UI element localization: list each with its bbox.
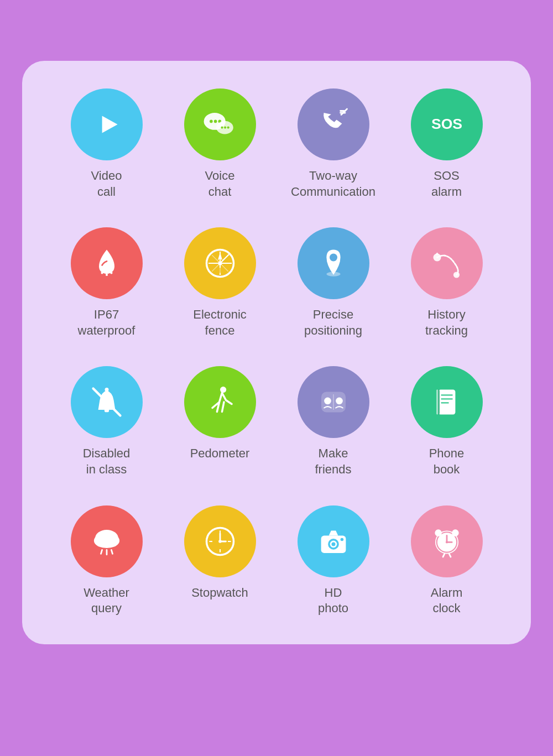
svg-point-8 (224, 127, 226, 129)
weather-query-label: Weatherquery (84, 585, 129, 617)
disabled-in-class-icon (71, 366, 143, 438)
pedometer-icon (184, 366, 256, 438)
video-call-icon (71, 88, 143, 160)
stopwatch-icon (184, 505, 256, 577)
precise-positioning-label: Precisepositioning (304, 307, 362, 338)
two-way-communication-icon (298, 88, 369, 160)
feature-item-weather-query: Weatherquery (55, 505, 158, 617)
ip67-waterproof-label: IP67waterproof (78, 307, 135, 338)
feature-card: Videocall Voicechat Two-wayCommunication… (22, 61, 531, 644)
video-call-label: Videocall (91, 168, 122, 200)
svg-point-23 (330, 254, 337, 262)
weather-query-icon (71, 505, 143, 577)
feature-item-voice-chat: Voicechat (169, 88, 271, 200)
phone-book-label: Phonebook (429, 446, 465, 477)
pedometer-label: Pedometer (190, 446, 250, 462)
hd-photo-label: HDphoto (318, 585, 348, 617)
svg-point-24 (326, 272, 340, 277)
svg-point-32 (324, 398, 331, 405)
feature-item-sos-alarm: SOSSOSalarm (395, 88, 498, 200)
svg-point-55 (218, 540, 222, 543)
svg-line-68 (443, 554, 445, 557)
svg-point-60 (340, 538, 343, 541)
svg-line-45 (101, 550, 102, 554)
feature-grid: Videocall Voicechat Two-wayCommunication… (55, 88, 498, 617)
svg-point-12 (105, 274, 107, 276)
svg-rect-40 (436, 390, 439, 415)
feature-item-video-call: Videocall (55, 88, 158, 200)
feature-item-history-tracking: Historytracking (395, 227, 498, 338)
svg-point-7 (221, 127, 223, 129)
svg-rect-27 (104, 409, 108, 413)
svg-point-59 (331, 542, 335, 546)
electronic-fence-label: Electronicfence (193, 307, 247, 338)
svg-text:SOS: SOS (431, 116, 462, 132)
alarm-clock-icon (411, 505, 483, 577)
feature-item-precise-positioning: Precisepositioning (282, 227, 384, 338)
feature-item-phone-book: Phonebook (395, 366, 498, 477)
svg-point-11 (101, 272, 103, 274)
feature-item-make-friends: Makefriends (282, 366, 384, 477)
feature-item-two-way-communication: Two-wayCommunication (282, 88, 384, 200)
history-tracking-icon (411, 227, 483, 299)
precise-positioning-icon (298, 227, 369, 299)
voice-chat-label: Voicechat (205, 168, 235, 200)
svg-point-30 (220, 387, 226, 393)
svg-point-3 (210, 120, 213, 123)
feature-item-pedometer: Pedometer (169, 366, 271, 477)
sos-alarm-label: SOSalarm (431, 168, 462, 200)
svg-point-4 (213, 120, 217, 123)
make-friends-icon (298, 366, 369, 438)
svg-point-33 (336, 398, 343, 405)
feature-item-stopwatch: Stopwatch (169, 505, 271, 617)
feature-item-alarm-clock: Alarmclock (395, 505, 498, 617)
voice-chat-icon (184, 88, 256, 160)
ip67-waterproof-icon (71, 227, 143, 299)
history-tracking-label: Historytracking (425, 307, 468, 338)
make-friends-label: Makefriends (315, 446, 351, 477)
svg-point-28 (105, 388, 108, 392)
svg-point-9 (227, 127, 229, 129)
sos-alarm-icon: SOS (411, 88, 483, 160)
svg-line-47 (111, 550, 112, 554)
feature-item-hd-photo: HDphoto (282, 505, 384, 617)
disabled-in-class-label: Disabledin class (83, 446, 131, 477)
feature-item-ip67-waterproof: IP67waterproof (55, 227, 158, 338)
svg-line-69 (449, 554, 451, 557)
svg-rect-35 (438, 390, 455, 415)
electronic-fence-icon (184, 227, 256, 299)
svg-point-26 (453, 272, 459, 278)
two-way-communication-label: Two-wayCommunication (291, 168, 375, 200)
alarm-clock-label: Alarmclock (431, 585, 462, 617)
hd-photo-icon (298, 505, 369, 577)
svg-point-13 (110, 272, 112, 274)
feature-item-disabled-in-class: Disabledin class (55, 366, 158, 477)
svg-marker-1 (102, 116, 117, 133)
stopwatch-label: Stopwatch (191, 585, 248, 601)
svg-point-67 (452, 530, 458, 536)
svg-point-66 (435, 530, 441, 536)
svg-point-65 (445, 541, 447, 543)
svg-point-44 (96, 539, 117, 548)
phone-book-icon (411, 366, 483, 438)
feature-item-electronic-fence: Electronicfence (169, 227, 271, 338)
